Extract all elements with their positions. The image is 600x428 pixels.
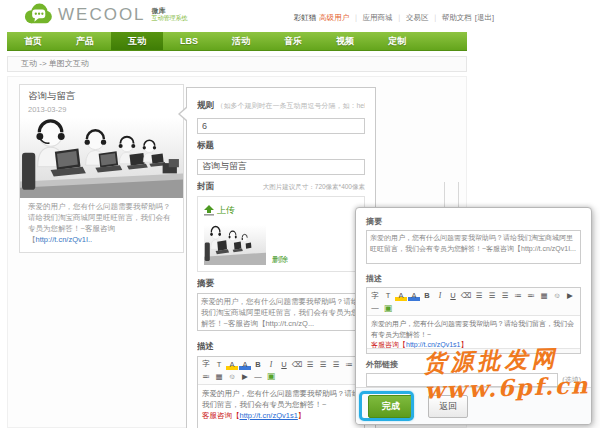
font-size-icon[interactable]: T <box>382 290 394 301</box>
wecool-app: WECOOL 微库 互动管理系统 彩虹猫 高级用户 ｜ 应用商城 ｜ 交易区 ｜… <box>0 0 600 428</box>
bold-icon[interactable]: B <box>421 290 433 301</box>
separator: ｜ <box>431 13 438 23</box>
username: 彩虹猫 <box>294 13 317 23</box>
cloud-chat-logo-icon <box>22 3 54 26</box>
title-input[interactable] <box>197 159 365 175</box>
separator: ｜ <box>352 13 359 23</box>
edit-dialog: 摘要 亲爱的用户，您有什么问题需要我帮助吗？请给我们淘宝商城阿里旺旺留言，我们会… <box>355 207 592 425</box>
hr-icon[interactable]: — <box>252 371 264 382</box>
dialog-editor-resize-handle[interactable]: ⌄ <box>367 348 580 353</box>
dialog-footer: 完成 返回 <box>356 387 591 424</box>
media-icon[interactable]: ▶ <box>564 290 576 301</box>
remove-format-icon[interactable]: ⌫ <box>460 290 472 301</box>
nav-item-products[interactable]: 产品 <box>59 32 111 50</box>
align-right-icon[interactable]: ☰ <box>330 359 342 370</box>
bold-icon[interactable]: B <box>252 359 264 370</box>
highlight-color-icon[interactable]: A <box>395 290 407 301</box>
italic-icon[interactable]: I <box>265 359 277 370</box>
description-link[interactable]: http://t.cn/zQv1s1 <box>240 411 298 420</box>
editor-toolbar: 字TAABIU⌫☰☰☰≔≕▦☺▶—▣ <box>198 357 364 385</box>
customer-service-image <box>20 118 183 198</box>
user-level-badge: 高级用户 <box>319 13 349 23</box>
media-icon[interactable]: ▶ <box>239 371 251 382</box>
image-icon[interactable]: ▣ <box>265 371 277 382</box>
underline-icon[interactable]: U <box>447 290 459 301</box>
logo-subtitle-cn: 微库 <box>152 7 188 15</box>
font-family-icon[interactable]: 字 <box>369 290 381 301</box>
delete-cover-link[interactable]: 删除 <box>272 254 288 265</box>
align-right-icon[interactable]: ☰ <box>499 290 511 301</box>
dialog-description-label: 描述 <box>366 273 581 284</box>
interaction-edit-form: 规则 （如多个规则时在一条互动用逗号分隔，如：help，帮助） 标题 封面 大图… <box>186 87 376 428</box>
logo-text: WECOOL <box>58 5 146 25</box>
optional-hint: (选填) <box>562 375 581 385</box>
dialog-summary-textarea[interactable]: 亲爱的用户，您有什么问题需要我帮助吗？请给我们淘宝商城阿里旺旺留言，我们会有专员… <box>366 230 581 264</box>
text-color-icon[interactable]: A <box>239 359 251 370</box>
highlight-color-icon[interactable]: A <box>226 359 238 370</box>
header: WECOOL 微库 互动管理系统 彩虹猫 高级用户 ｜ 应用商城 ｜ 交易区 ｜… <box>0 0 600 32</box>
emoticon-icon[interactable]: ☺ <box>551 290 563 301</box>
back-button[interactable]: 返回 <box>428 395 468 418</box>
logout-link[interactable]: [退出] <box>475 13 494 23</box>
logo: WECOOL 微库 互动管理系统 <box>22 3 188 26</box>
description-editor: 字TAABIU⌫☰☰☰≔≕▦☺▶—▣ 亲爱的用户，您有什么问题需要我帮助吗？请给… <box>197 356 365 428</box>
preview-date: 2013-03-29 <box>28 105 175 114</box>
ordered-list-icon[interactable]: ≔ <box>512 290 524 301</box>
cover-size-hint: 大图片建议尺寸：720像素*400像素 <box>263 183 365 192</box>
nav-item-video[interactable]: 视频 <box>319 32 371 50</box>
upload-button[interactable]: 上传 <box>204 204 235 217</box>
italic-icon[interactable]: I <box>434 290 446 301</box>
header-links: 彩虹猫 高级用户 ｜ 应用商城 ｜ 交易区 ｜ 帮助文档 [退出] <box>294 13 494 23</box>
align-left-icon[interactable]: ☰ <box>304 359 316 370</box>
table-icon[interactable]: ▦ <box>538 290 550 301</box>
preview-text: 亲爱的用户，您有什么问题需要我帮助吗？请给我们淘宝商城阿里旺旺留言，我们会有专员… <box>28 202 175 246</box>
done-button[interactable]: 完成 <box>368 395 414 418</box>
summary-label: 摘要 <box>197 278 365 290</box>
dialog-editor-toolbar: 字TAABIU⌫☰☰☰≔≕▦☺▶—▣ <box>367 288 580 316</box>
rule-label: 规则 （如多个规则时在一条互动用逗号分隔，如：help，帮助） <box>197 100 365 112</box>
help-doc-link[interactable]: 帮助文档 <box>442 13 472 23</box>
align-center-icon[interactable]: ☰ <box>486 290 498 301</box>
dialog-description-link[interactable]: http://t.cn/zQv1s1 <box>406 341 460 348</box>
nav-item-interactive[interactable]: 互动 <box>111 32 163 50</box>
nav-item-lbs[interactable]: LBS <box>163 32 215 50</box>
unordered-list-icon[interactable]: ≕ <box>200 371 212 382</box>
table-icon[interactable]: ▦ <box>213 371 225 382</box>
app-market-link[interactable]: 应用商城 <box>363 13 393 23</box>
description-label: 描述 <box>197 341 365 353</box>
logo-subtitle: 微库 互动管理系统 <box>152 7 188 22</box>
unordered-list-icon[interactable]: ≕ <box>525 290 537 301</box>
text-color-icon[interactable]: A <box>408 290 420 301</box>
page-edge-line <box>458 182 459 208</box>
image-icon[interactable]: ▣ <box>382 302 394 313</box>
dialog-external-link-input[interactable] <box>366 373 558 387</box>
dialog-external-link-label: 外部链接 <box>366 359 581 370</box>
rule-input[interactable] <box>197 118 365 134</box>
emoticon-icon[interactable]: ☺ <box>226 371 238 382</box>
rule-hint: （如多个规则时在一条互动用逗号分隔，如：help，帮助） <box>216 102 365 109</box>
red-text: 客服咨询 <box>371 341 399 348</box>
logo-subtitle-desc: 互动管理系统 <box>152 15 188 22</box>
nav-item-activity[interactable]: 活动 <box>215 32 267 50</box>
hr-icon[interactable]: — <box>369 302 381 313</box>
underline-icon[interactable]: U <box>278 359 290 370</box>
upload-arrow-icon <box>204 205 214 216</box>
description-content[interactable]: 亲爱的用户，您有什么问题需要我帮助吗？请给我们留言，我们会有专员为您解答！~ 客… <box>198 385 364 428</box>
preview-title: 咨询与留言 <box>28 90 175 103</box>
nav-item-music[interactable]: 音乐 <box>267 32 319 50</box>
nav-item-custom[interactable]: 定制 <box>371 32 423 50</box>
font-size-icon[interactable]: T <box>213 359 225 370</box>
breadcrumb[interactable]: 互动 -> 单图文互动 <box>7 56 467 72</box>
font-family-icon[interactable]: 字 <box>200 359 212 370</box>
cover-thumbnail[interactable] <box>204 225 266 265</box>
title-label: 标题 <box>197 140 365 152</box>
preview-link[interactable]: http://t.cn/zQv1I.. <box>36 235 93 244</box>
summary-textarea[interactable]: 亲爱的用户，您有什么问题需要我帮助吗？请给我们淘宝商城阿里旺旺留言，我们会有专员… <box>197 293 365 331</box>
remove-format-icon[interactable]: ⌫ <box>291 359 303 370</box>
align-center-icon[interactable]: ☰ <box>317 359 329 370</box>
dialog-description-content[interactable]: 亲爱的用户，您有什么问题需要我帮助吗？请给我们留言，我们会有专员为您解答！~ 客… <box>367 316 580 348</box>
nav-item-home[interactable]: 首页 <box>7 32 59 50</box>
ordered-list-icon[interactable]: ≔ <box>343 359 355 370</box>
align-left-icon[interactable]: ☰ <box>473 290 485 301</box>
trade-zone-link[interactable]: 交易区 <box>406 13 429 23</box>
